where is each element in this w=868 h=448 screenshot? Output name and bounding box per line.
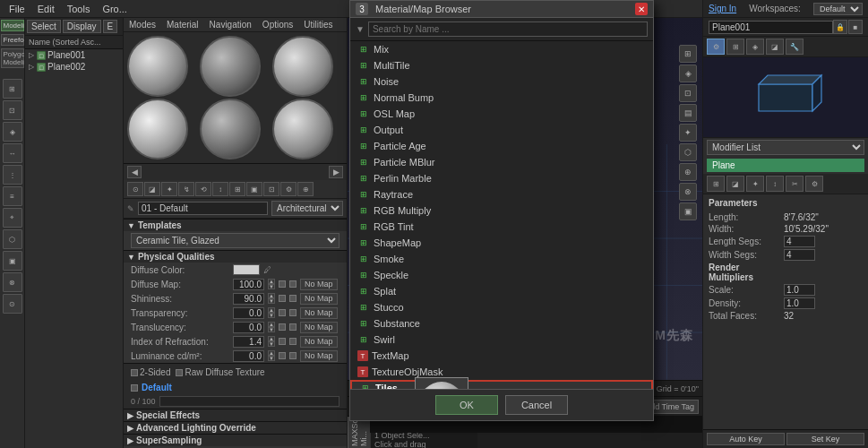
sidebar-icon-8[interactable]: ⬡ [3, 229, 22, 249]
mat-sphere-2[interactable] [200, 36, 261, 97]
spinner-dn-4[interactable]: ▼ [268, 327, 275, 332]
rp-mod-icon-1[interactable]: ⊞ [707, 176, 725, 192]
vp-icon-4[interactable]: ▤ [679, 104, 697, 122]
physical-qualities-header[interactable]: ▼ Physical Qualities [124, 250, 347, 263]
check-2[interactable] [289, 280, 296, 288]
display-btn[interactable]: Display [63, 20, 101, 33]
scene-item-plane002[interactable]: ▷ □ Plane002 [25, 61, 123, 73]
sidebar-icon-7[interactable]: ⌖ [3, 208, 22, 228]
browser-item-perlin-marble[interactable]: ⊞ Perlin Marble [350, 170, 653, 186]
auto-key-btn[interactable]: Auto Key [707, 433, 785, 445]
mat-tool-11[interactable]: ⊕ [297, 182, 314, 196]
sidebar-icon-5[interactable]: ⋮ [3, 165, 22, 185]
check-3[interactable] [279, 295, 286, 302]
modifier-list-select[interactable]: Modifier List [707, 140, 864, 155]
browser-item-rgb-tint[interactable]: ⊞ RGB Tint [350, 219, 653, 235]
param-input-width-segs[interactable] [784, 249, 815, 261]
sidebar-icon-4[interactable]: ↔ [3, 143, 22, 163]
check-1[interactable] [279, 280, 286, 288]
mapbtn-transparency[interactable]: No Map [300, 307, 338, 319]
browser-cancel-btn[interactable]: Cancel [505, 395, 568, 415]
mat-tool-4[interactable]: ↯ [178, 182, 194, 196]
vp-icon-3[interactable]: ⊡ [679, 84, 697, 102]
sidebar-icon-10[interactable]: ⊗ [3, 272, 22, 292]
edit-btn[interactable]: E [103, 20, 118, 33]
mapbtn-luminance[interactable]: No Map [300, 350, 338, 362]
sidebar-icon-6[interactable]: ≡ [3, 186, 22, 206]
mat-menu-material[interactable]: Material [161, 18, 204, 31]
prop-translucency-value[interactable] [233, 322, 264, 333]
vp-icon-6[interactable]: ⬡ [679, 143, 697, 161]
browser-close-btn[interactable]: ✕ [635, 3, 648, 15]
browser-item-tiles[interactable]: ⊞ Tiles Tiles [350, 380, 653, 389]
sidebar-icon-9[interactable]: ▣ [3, 251, 22, 271]
polygon-modeling-tab[interactable]: Polygon Modeling [1, 48, 24, 68]
select-btn[interactable]: Select [27, 20, 61, 33]
mat-tool-3[interactable]: ✦ [161, 182, 177, 196]
browser-item-osl-map[interactable]: ⊞ OSL Map [350, 106, 653, 122]
menu-tools[interactable]: Tools [62, 2, 96, 16]
prop-transparency-value[interactable] [233, 307, 264, 319]
prop-diffuse-map-value[interactable] [233, 279, 264, 290]
sign-in-link[interactable]: Sign In [709, 4, 736, 13]
check-6[interactable] [289, 309, 296, 316]
menu-gro[interactable]: Gro... [97, 2, 133, 16]
param-input-scale[interactable] [784, 284, 815, 296]
prop-shininess-value[interactable] [233, 293, 264, 305]
mat-tool-5[interactable]: ⟲ [195, 182, 211, 196]
mat-menu-utilities[interactable]: Utilities [298, 18, 338, 31]
scene-item-plane001[interactable]: ▷ □ Plane001 [25, 49, 123, 61]
special-effects-header[interactable]: ▶ Special Effects [124, 409, 347, 421]
mat-tool-8[interactable]: ▣ [246, 182, 262, 196]
browser-item-substance[interactable]: ⊞ Substance [350, 315, 653, 332]
browser-item-particle-age[interactable]: ⊞ Particle Age [350, 138, 653, 154]
mat-type-select[interactable]: Architectural [271, 201, 343, 216]
sidebar-icon-1[interactable]: ⊞ [3, 79, 22, 99]
rp-icon-lock[interactable]: 🔒 [833, 20, 847, 34]
browser-item-stucco[interactable]: ⊞ Stucco [350, 299, 653, 315]
browser-item-speckle[interactable]: ⊞ Speckle [350, 267, 653, 283]
spinner-dn-6[interactable]: ▼ [268, 356, 275, 361]
supersampling-header[interactable]: ▶ SuperSampling [124, 434, 347, 446]
prop-refraction-value[interactable] [233, 336, 264, 348]
mat-tool-6[interactable]: ↕ [212, 182, 228, 196]
rp-tool-modify[interactable]: ⚙ [707, 39, 725, 55]
mat-menu-navigation[interactable]: Navigation [204, 18, 257, 31]
spinner-dn-3[interactable]: ▼ [268, 313, 275, 318]
rp-mod-icon-2[interactable]: ◪ [726, 176, 744, 192]
default-check[interactable] [131, 384, 138, 392]
sidebar-icon-11[interactable]: ⊙ [3, 294, 22, 314]
check-5[interactable] [279, 309, 286, 316]
freeform-tab[interactable]: Freeform [1, 34, 24, 46]
browser-item-textureobjmask[interactable]: T TextureObjMask [350, 364, 653, 380]
browser-ok-btn[interactable]: OK [435, 395, 498, 415]
modifier-plane[interactable]: Plane [707, 159, 864, 172]
browser-item-textmap[interactable]: T TextMap [350, 348, 653, 364]
sidebar-icon-2[interactable]: ⊡ [3, 100, 22, 120]
check-4[interactable] [289, 295, 296, 302]
spinner-dn-2[interactable]: ▼ [268, 298, 275, 304]
mapbtn-refraction[interactable]: No Map [300, 336, 338, 348]
scroll-left-btn[interactable]: ◀ [127, 166, 142, 178]
param-input-length-segs[interactable] [784, 236, 815, 247]
browser-item-raytrace[interactable]: ⊞ Raytrace [350, 186, 653, 202]
templates-select[interactable]: Ceramic Tile, Glazed [131, 233, 339, 248]
browser-item-noise[interactable]: ⊞ Noise [350, 73, 653, 90]
browser-item-rgb-multiply[interactable]: ⊞ RGB Multiply [350, 202, 653, 219]
browser-item-swirl[interactable]: ⊞ Swirl [350, 332, 653, 348]
vp-icon-2[interactable]: ◈ [679, 65, 697, 82]
mat-tool-10[interactable]: ⚙ [280, 182, 296, 196]
vp-icon-5[interactable]: ✦ [679, 124, 697, 142]
mat-tool-7[interactable]: ⊞ [229, 182, 245, 196]
rp-tool-display[interactable]: ◪ [766, 39, 784, 55]
mat-map-browser[interactable]: 3 Material/Map Browser ✕ ▼ ⊞ Mix ⊞ Multi… [349, 0, 654, 421]
mat-sphere-3[interactable] [272, 36, 333, 97]
param-input-density[interactable] [784, 297, 815, 309]
rp-mod-icon-4[interactable]: ↕ [766, 176, 784, 192]
set-key-btn[interactable]: Set Key [786, 433, 864, 445]
browser-item-multitile[interactable]: ⊞ MultiTile [350, 57, 653, 73]
advanced-lighting-header[interactable]: ▶ Advanced Lighting Override [124, 421, 347, 434]
vp-icon-1[interactable]: ⊞ [679, 45, 697, 63]
browser-item-normal-bump[interactable]: ⊞ Normal Bump [350, 90, 653, 106]
object-name-input[interactable] [709, 21, 833, 34]
